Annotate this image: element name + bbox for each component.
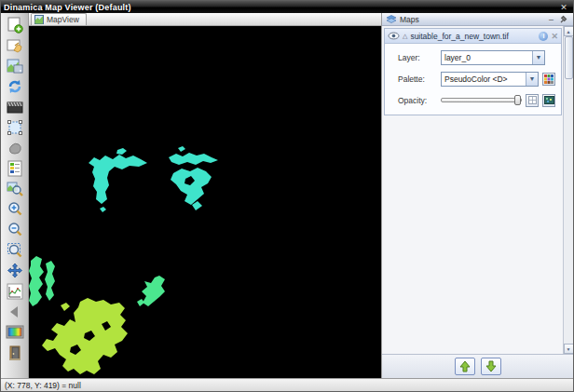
window-close-icon[interactable]: ✕	[557, 3, 570, 12]
eraser-icon	[7, 140, 23, 156]
left-toolbar	[1, 13, 29, 378]
expand-triangle-icon[interactable]: △	[403, 33, 407, 40]
panel-minimize-icon[interactable]: –	[546, 15, 556, 24]
pointer-select-button[interactable]	[4, 35, 26, 55]
zoom-out-button[interactable]	[4, 220, 26, 239]
panel-pin-icon[interactable]	[559, 15, 569, 24]
refresh-button[interactable]	[4, 76, 26, 96]
scrollbar-thumb[interactable]	[565, 36, 573, 79]
chart-icon	[7, 283, 23, 300]
chart-button[interactable]	[4, 281, 26, 301]
opacity-swatch-button[interactable]	[542, 94, 555, 107]
maps-panel-titlebar[interactable]: Maps –	[382, 13, 573, 26]
zoom-in-button[interactable]	[4, 199, 26, 219]
layer-select[interactable]: layer_0 ▼	[441, 50, 545, 65]
legend-icon	[7, 160, 23, 177]
layers-scroll-area: △ suitable_for_a_new_town.tif i ✕ Layer:…	[382, 26, 563, 354]
palette-field-row: Palette: PseudoColor <D> ▼	[398, 71, 555, 87]
cursor-coordinates: (X: 778, Y: 419) = null	[5, 381, 81, 390]
panel-scrollbar[interactable]: ▲ ▼	[563, 26, 573, 354]
layer-info-icon[interactable]: i	[539, 32, 548, 41]
add-map-icon	[7, 17, 23, 34]
layer-field-row: Layer: layer_0 ▼	[398, 49, 555, 65]
green-down-arrow-icon	[485, 360, 497, 372]
maps-panel-icon	[386, 15, 397, 24]
add-map-button[interactable]	[4, 15, 26, 34]
palette-field-label: Palette:	[398, 74, 437, 84]
zoom-to-region-button[interactable]	[4, 179, 26, 198]
map-canvas[interactable]	[29, 26, 381, 378]
opacity-field-row: Opacity:	[398, 92, 555, 108]
mapview-tab-icon	[34, 15, 44, 24]
map-tabbar: MapView	[29, 13, 381, 26]
palette-select-arrow-icon[interactable]: ▼	[526, 73, 538, 86]
mini-grid-icon	[528, 96, 537, 104]
map-raster-layer	[29, 26, 381, 378]
cluster-yellowgreen-mass	[42, 298, 128, 374]
layer-close-icon[interactable]: ✕	[551, 32, 558, 41]
scroll-down-icon[interactable]: ▼	[564, 344, 574, 354]
zoom-extent-button[interactable]	[4, 240, 26, 260]
scroll-up-icon[interactable]: ▲	[564, 26, 574, 36]
select-region-icon	[7, 119, 23, 136]
zoom-region-icon	[7, 181, 23, 197]
palette-editor-button[interactable]	[542, 73, 555, 86]
green-up-arrow-icon	[459, 360, 471, 372]
eye-icon	[388, 32, 400, 40]
back-button[interactable]	[4, 302, 26, 321]
move-layer-up-button[interactable]	[455, 358, 475, 375]
scrollbar-track[interactable]	[564, 36, 574, 344]
move-layer-down-button[interactable]	[481, 358, 501, 375]
cluster-green-blob	[142, 276, 165, 306]
zoom-out-icon	[7, 222, 23, 238]
opacity-slider[interactable]	[441, 95, 522, 105]
layer-order-footer	[382, 354, 573, 378]
raster-swatch-icon	[544, 96, 554, 104]
map-properties-button[interactable]	[4, 56, 26, 75]
eraser-button[interactable]	[4, 138, 26, 157]
back-arrow-icon	[7, 304, 23, 320]
select-region-button[interactable]	[4, 117, 26, 137]
zoom-extent-icon	[7, 242, 23, 259]
tab-mapview-label: MapView	[47, 15, 79, 24]
layer-card-header[interactable]: △ suitable_for_a_new_town.tif i ✕	[385, 29, 561, 44]
layer-name: suitable_for_a_new_town.tif	[410, 32, 536, 41]
cluster-green-strip	[29, 256, 44, 306]
pan-arrows-icon	[7, 263, 23, 279]
layer-select-arrow-icon[interactable]: ▼	[532, 51, 544, 64]
palette-grid-icon	[544, 74, 554, 84]
exit-door-icon	[7, 345, 23, 361]
opacity-field-label: Opacity:	[398, 96, 437, 105]
statusbar: (X: 778, Y: 419) = null	[1, 378, 573, 391]
opacity-grid-button[interactable]	[526, 94, 539, 107]
palette-select-value: PseudoColor <D>	[442, 74, 526, 84]
map-image-icon	[7, 58, 23, 74]
window-title: Dinamica Map Viewer (Default)	[4, 3, 131, 12]
opacity-slider-thumb[interactable]	[514, 95, 521, 105]
pan-button[interactable]	[4, 261, 26, 280]
app-window: Dinamica Map Viewer (Default) ✕	[0, 0, 574, 392]
layer-select-value: layer_0	[442, 53, 532, 62]
tab-mapview[interactable]: MapView	[31, 13, 87, 25]
palette-gradient-icon	[6, 324, 24, 341]
opacity-slider-track	[441, 98, 522, 102]
cluster-cyan-mass	[169, 153, 218, 165]
exit-button[interactable]	[4, 343, 26, 362]
zoom-in-icon	[7, 201, 23, 218]
pointer-hand-icon	[7, 37, 23, 54]
maps-panel-title: Maps	[400, 15, 543, 24]
layer-card: △ suitable_for_a_new_town.tif i ✕ Layer:…	[384, 28, 562, 115]
clapperboard-icon	[7, 99, 23, 115]
window-titlebar: Dinamica Map Viewer (Default) ✕	[1, 1, 573, 13]
maps-panel: Maps – △ suitable_for_a	[381, 13, 573, 378]
map-area: MapView	[29, 13, 381, 378]
legend-button[interactable]	[4, 158, 26, 178]
cluster-cyan-hook	[89, 155, 147, 204]
palette-select[interactable]: PseudoColor <D> ▼	[441, 72, 539, 87]
refresh-icon	[7, 78, 23, 95]
layer-field-label: Layer:	[398, 53, 437, 62]
palette-button[interactable]	[4, 322, 26, 342]
animation-button[interactable]	[4, 97, 26, 116]
